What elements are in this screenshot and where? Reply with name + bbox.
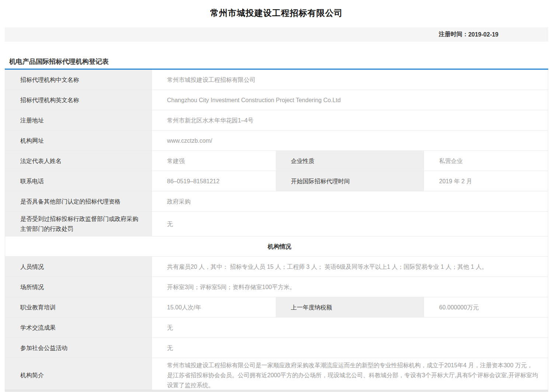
field-label-en-name: 招标代理机构英文名称 [5, 90, 152, 110]
table-row-admin-penalty: 是否受到过招标投标行政监督部门或政府采购主管部门的行政处罚 无 [5, 212, 548, 236]
table-row-phone: 联系电话 86–0519–81581212 开始国际招标代理时间 2019 年 … [5, 171, 548, 191]
field-value-profile: 常州市城投建设工程招标有限公司是一家顺应政府采购改革潮流应运而生的新型的专业性招… [152, 358, 548, 392]
table-row-public-welfare: 参加社会公益活动 无 [5, 338, 548, 358]
field-label-premises: 场所情况 [5, 277, 152, 297]
register-time-value: 2019-02-19 [468, 31, 498, 38]
next-section-divider [5, 390, 548, 392]
field-value-en-name: Changzhou City Investment Construction P… [152, 90, 548, 110]
table-row-academic-exchange: 学术交流成果 无 [5, 318, 548, 338]
field-value-last-year-tax: 60.000000万元 [424, 297, 548, 317]
field-label-website: 机构网址 [5, 131, 152, 150]
field-label-vocational-training: 职业教育培训 [5, 297, 152, 317]
field-value-reg-address: 常州市新北区水木年华花园1–4号 [152, 110, 548, 130]
field-value-other-qualifications: 政府采购 [152, 191, 548, 211]
field-label-public-welfare: 参加社会公益活动 [5, 338, 152, 358]
field-label-legal-rep: 法定代表人姓名 [5, 151, 152, 171]
field-label-last-year-tax: 上一年度纳税额 [276, 297, 424, 317]
field-value-public-welfare: 无 [152, 338, 548, 358]
field-value-academic-exchange: 无 [152, 318, 548, 337]
table-row-en-name: 招标代理机构英文名称 Changzhou City Investment Con… [5, 90, 548, 110]
field-label-phone: 联系电话 [5, 171, 152, 191]
table-row-website: 机构网址 www.czctzb.com/ [5, 131, 548, 151]
section-title: 机电产品国际招标代理机构登记表 [5, 57, 548, 70]
field-value-personnel: 共有雇员20 人，其中： 招标专业人员 15 人；工程师 3 人； 英语6级及同… [152, 257, 548, 277]
table-row-premises: 场所情况 开标室3间；评标室5间；资料存储室100平方米。 [5, 277, 548, 297]
field-value-website: www.czctzb.com/ [152, 131, 548, 150]
table-section-header: 机构情况 [253, 239, 300, 254]
table-row-vocational-training: 职业教育培训 15.00人次/年 上一年度纳税额 60.000000万元 [5, 297, 548, 318]
table-row-profile: 机构简介 常州市城投建设工程招标有限公司是一家顺应政府采购改革潮流应运而生的新型… [5, 358, 548, 392]
field-value-intl-agency-start: 2019 年 2 月 [424, 171, 548, 191]
registration-table: 招标代理机构中文名称 常州市城投建设工程招标有限公司 招标代理机构英文名称 Ch… [5, 70, 548, 392]
field-label-reg-address: 注册地址 [5, 110, 152, 130]
field-value-phone: 86–0519–81581212 [152, 171, 276, 191]
field-value-admin-penalty: 无 [152, 212, 548, 236]
field-value-vocational-training: 15.00人次/年 [152, 297, 276, 317]
field-label-intl-agency-start: 开始国际招标代理时间 [276, 171, 424, 191]
field-label-profile: 机构简介 [5, 358, 152, 392]
field-label-cn-name: 招标代理机构中文名称 [5, 70, 152, 90]
field-label-personnel: 人员情况 [5, 257, 152, 277]
field-value-enterprise-nature: 私营企业 [424, 151, 548, 171]
table-row-reg-address: 注册地址 常州市新北区水木年华花园1–4号 [5, 110, 548, 131]
page-title: 常州市城投建设工程招标有限公司 [0, 0, 553, 27]
field-label-enterprise-nature: 企业性质 [276, 151, 424, 171]
field-label-other-qualifications: 是否具备其他部门认定的招标代理资格 [5, 191, 152, 211]
register-time-bar: 注册时间： 2019-02-19 [5, 27, 548, 42]
table-row-other-qualifications: 是否具备其他部门认定的招标代理资格 政府采购 [5, 191, 548, 212]
table-row-legal-rep: 法定代表人姓名 常建强 企业性质 私营企业 [5, 151, 548, 171]
field-value-cn-name: 常州市城投建设工程招标有限公司 [152, 70, 548, 90]
table-section-header-row: 机构情况 [5, 236, 548, 257]
field-label-academic-exchange: 学术交流成果 [5, 318, 152, 337]
field-value-premises: 开标室3间；评标室5间；资料存储室100平方米。 [152, 277, 548, 297]
register-time-label: 注册时间： [439, 31, 468, 38]
table-row-personnel: 人员情况 共有雇员20 人，其中： 招标专业人员 15 人；工程师 3 人； 英… [5, 257, 548, 277]
field-value-legal-rep: 常建强 [152, 151, 276, 171]
field-label-admin-penalty: 是否受到过招标投标行政监督部门或政府采购主管部门的行政处罚 [5, 212, 152, 236]
table-row-cn-name: 招标代理机构中文名称 常州市城投建设工程招标有限公司 [5, 70, 548, 90]
